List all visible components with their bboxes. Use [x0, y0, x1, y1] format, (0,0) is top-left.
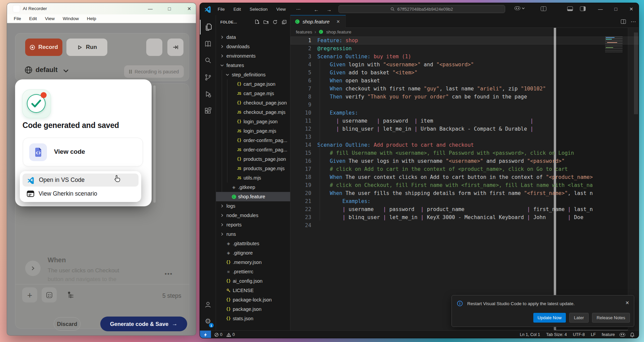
checklist-button[interactable] — [42, 287, 57, 302]
vscode-maximize-button[interactable]: □ — [608, 3, 623, 15]
code-line-22[interactable]: 22 | username | password | product_name … — [290, 205, 639, 213]
view-gherkin-scenario-item[interactable]: View Gherkin scenario — [22, 187, 139, 200]
timeline-button[interactable] — [63, 287, 78, 302]
customize-layout-icon[interactable] — [541, 6, 546, 11]
code-line-10[interactable]: 10 Examples: — [290, 109, 639, 117]
tree-item-reports[interactable]: reports — [216, 220, 290, 229]
code-line-2[interactable]: 2@regression — [290, 45, 639, 53]
code-line-19[interactable]: 19 # click on Checkout, fill First name … — [290, 181, 639, 189]
tree-item-login_page.json[interactable]: {}login_page.json — [216, 117, 290, 126]
tree-item-cart_page.mjs[interactable]: JScart_page.mjs — [216, 89, 290, 98]
code-editor[interactable]: 1Feature: shop2@regression3Scenario Outl… — [290, 37, 639, 229]
status-item[interactable]: Ln 1, Col 1 — [520, 332, 540, 337]
tree-item-stats.json[interactable]: {}stats.json — [216, 314, 290, 323]
tree-item-order-confirm_pag...[interactable]: {}order-confirm_pag... — [216, 136, 290, 145]
tree-item-node_modules[interactable]: node_modules — [216, 211, 290, 220]
tree-item-.gitignore[interactable]: ◈.gitignore — [216, 248, 290, 258]
tree-item-data[interactable]: data — [216, 32, 290, 42]
notification-close-icon[interactable]: ✕ — [625, 300, 629, 305]
code-line-17[interactable]: 17 # click on Add to cart in the context… — [290, 165, 639, 173]
code-line-24[interactable]: 24 — [290, 221, 639, 229]
recorder-menu-item[interactable]: Edit — [29, 16, 37, 21]
copilot-menu[interactable] — [515, 6, 525, 10]
tree-item-shop.feature[interactable]: shop.feature — [216, 192, 290, 201]
step-expand-button[interactable] — [25, 261, 41, 276]
code-line-16[interactable]: 16 Given The user logs in with username … — [290, 157, 639, 165]
explorer-header[interactable]: FOLDE... — [220, 20, 237, 24]
remote-indicator[interactable] — [200, 331, 211, 339]
tree-item-downloads[interactable]: downloads — [216, 42, 290, 51]
recorder-minimize-button[interactable]: — — [145, 4, 156, 13]
tree-item-ai_config.json[interactable]: {}ai_config.json — [216, 276, 290, 286]
code-line-11[interactable]: 11 | username | password | item | — [290, 117, 639, 125]
code-line-18[interactable]: 18 When The user context clicks on Add t… — [290, 173, 639, 181]
step-more-button[interactable]: ••• — [165, 271, 173, 277]
recorder-menu-item[interactable]: Window — [63, 16, 79, 21]
toggle-secondary-sidebar-icon[interactable] — [580, 6, 586, 11]
settings-gear-icon[interactable]: ⚙ 1 — [200, 314, 216, 329]
record-button[interactable]: Record — [25, 39, 62, 56]
code-line-9[interactable]: 9 — [290, 101, 639, 109]
status-item[interactable]: Tab Size: 4 — [546, 332, 567, 337]
minimap[interactable] — [605, 37, 623, 53]
skip-to-end-button[interactable] — [167, 39, 183, 56]
search-sidebar-icon[interactable] — [200, 53, 216, 68]
command-center-search[interactable]: 67ff527048ba54b9424e09b2 — [338, 5, 505, 13]
tree-item-utils.mjs[interactable]: JSutils.mjs — [216, 173, 290, 183]
tree-item-.gitkeep[interactable]: ◈.gitkeep — [216, 183, 290, 192]
vscode-close-button[interactable]: ✕ — [624, 3, 639, 15]
later-button[interactable]: Later — [569, 313, 589, 323]
vscode-menu-item[interactable]: Selection — [247, 6, 270, 13]
update-now-button[interactable]: Update Now — [533, 313, 566, 323]
tree-item-features[interactable]: features — [216, 61, 290, 70]
source-control-icon[interactable] — [200, 70, 216, 85]
new-file-icon[interactable] — [254, 19, 260, 25]
explorer-icon[interactable] — [200, 20, 216, 35]
extensions-icon[interactable] — [200, 104, 216, 118]
code-line-5[interactable]: 5 Given add to basket "<item>" — [290, 69, 639, 77]
code-line-6[interactable]: 6 When open basket — [290, 77, 639, 85]
profile-selector[interactable]: default — [36, 66, 58, 74]
code-line-7[interactable]: 7 When checkout with first name "guy", l… — [290, 85, 639, 93]
code-line-12[interactable]: 12 | blinq_user | let_me_in | Urban Back… — [290, 125, 639, 133]
tree-item-products_page.json[interactable]: {}products_page.json — [216, 154, 290, 164]
new-folder-icon[interactable] — [263, 19, 269, 25]
tree-item-cart_page.json[interactable]: {}cart_page.json — [216, 79, 290, 89]
editor-more-actions-icon[interactable]: ⋯ — [631, 18, 636, 25]
vscode-menu-item[interactable]: Edit — [230, 6, 244, 13]
recorder-menu-item[interactable]: View — [45, 16, 55, 21]
tree-item-LICENSE[interactable]: LICENSE — [216, 286, 290, 295]
nav-back-button[interactable]: ← — [312, 6, 321, 13]
recorder-maximize-button[interactable]: □ — [164, 4, 175, 13]
code-line-13[interactable]: 13 — [290, 133, 639, 141]
code-line-14[interactable]: 14Scenario Outline: Add product to cart … — [290, 141, 639, 149]
tree-item-package.json[interactable]: {}package.json — [216, 304, 290, 314]
tree-item-runs[interactable]: runs — [216, 229, 290, 239]
code-line-1[interactable]: 1Feature: shop — [290, 37, 639, 45]
tree-item-checkout_page.json[interactable]: {}checkout_page.json — [216, 98, 290, 108]
tree-item-products_page.mjs[interactable]: JSproducts_page.mjs — [216, 164, 290, 173]
tree-item-package-lock.json[interactable]: {}package-lock.json — [216, 295, 290, 304]
add-step-button[interactable]: + — [22, 287, 37, 302]
bell-icon[interactable] — [630, 332, 635, 337]
modal-scrollbar-thumb[interactable] — [153, 85, 156, 203]
recorder-menu-item[interactable]: Help — [87, 16, 96, 21]
problems-status[interactable]: 0 0 — [214, 332, 235, 337]
status-item[interactable]: UTF-8 — [573, 332, 585, 337]
tree-item-environments[interactable]: environments — [216, 51, 290, 61]
tab-close-icon[interactable]: ✕ — [336, 19, 340, 24]
editor-scrollbar[interactable] — [634, 32, 638, 114]
collapse-all-icon[interactable] — [281, 19, 287, 25]
recorder-menu-item[interactable]: File — [14, 16, 21, 21]
accounts-icon[interactable] — [200, 297, 216, 312]
vscode-more-menu[interactable]: ⋯ — [293, 3, 304, 15]
vscode-minimize-button[interactable]: — — [593, 3, 608, 15]
tree-item-.memory.json[interactable]: {}.memory.json — [216, 258, 290, 267]
release-notes-button[interactable]: Release Notes — [592, 313, 630, 323]
generate-code-save-button[interactable]: Generate code & Save → — [100, 317, 187, 331]
tree-item-login_page.mjs[interactable]: JSlogin_page.mjs — [216, 126, 290, 136]
view-code-button[interactable]: View code — [23, 138, 143, 166]
status-item[interactable]: feature — [602, 332, 615, 337]
copilot-status-icon[interactable] — [620, 333, 625, 337]
code-line-4[interactable]: 4 Given login with "<username>" and "<pa… — [290, 61, 639, 69]
